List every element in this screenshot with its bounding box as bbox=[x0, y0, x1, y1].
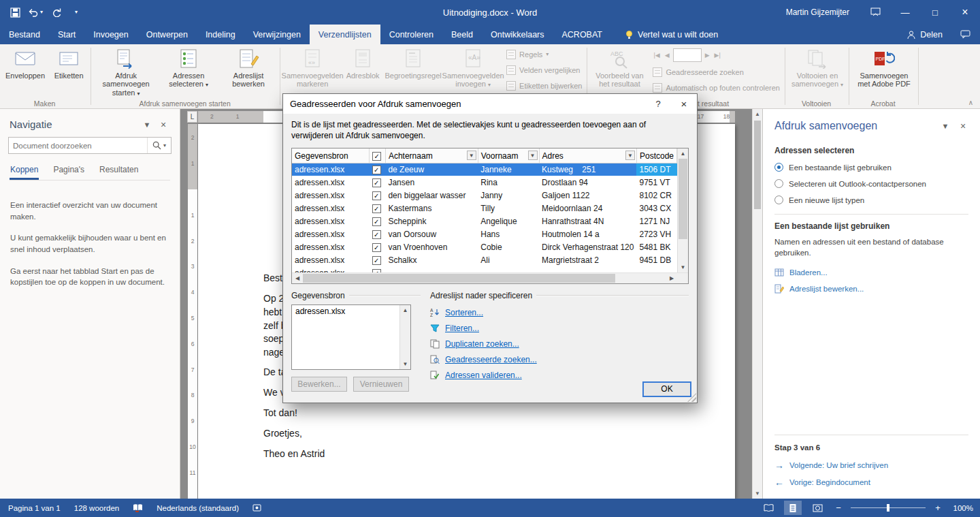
v-ruler[interactable]: 211234567891011 bbox=[188, 124, 197, 499]
recipient-checkbox[interactable] bbox=[372, 204, 381, 213]
select-recipients-button[interactable]: Adressen selecteren ▾ bbox=[159, 45, 218, 98]
tab-start[interactable]: Start bbox=[49, 25, 84, 44]
etiketten-button[interactable]: Etiketten bbox=[48, 45, 89, 98]
edit-datasource-button[interactable]: Bewerken... bbox=[291, 377, 347, 392]
scrollbar-thumb[interactable] bbox=[754, 121, 761, 209]
zoom-slider-thumb[interactable] bbox=[887, 504, 889, 512]
search-options[interactable]: ▾ bbox=[147, 138, 171, 153]
edit-recipient-list-button[interactable]: Adreslijst bewerken bbox=[218, 45, 278, 98]
zoom-level[interactable]: 100% bbox=[950, 504, 973, 512]
customize-qat-caret-icon[interactable]: ▾ bbox=[67, 3, 86, 22]
tab-invoegen[interactable]: Invoegen bbox=[84, 25, 137, 44]
tab-beeld[interactable]: Beeld bbox=[442, 25, 482, 44]
recipient-checkbox[interactable] bbox=[372, 166, 381, 174]
print-layout-view-icon[interactable] bbox=[784, 501, 802, 515]
finish-merge-button[interactable]: Voltooien en samenvoegen ▾ bbox=[787, 45, 847, 98]
match-fields-button[interactable]: Velden vergelijken bbox=[503, 62, 583, 78]
select-all-checkbox[interactable] bbox=[372, 152, 381, 161]
tell-me-box[interactable]: Vertel wat u wilt doen bbox=[618, 25, 725, 44]
scroll-down-icon[interactable]: ▼ bbox=[678, 262, 688, 272]
tab-indeling[interactable]: Indeling bbox=[197, 25, 244, 44]
table-horizontal-scrollbar[interactable]: ◀ ▶ bbox=[292, 272, 688, 283]
column-header-adres[interactable]: Adres▼ bbox=[539, 148, 636, 163]
tab-selector[interactable]: L bbox=[187, 111, 197, 123]
word-count[interactable]: 128 woorden bbox=[73, 504, 121, 512]
wizard-next-link[interactable]: → Volgende: Uw brief schrijven bbox=[774, 460, 968, 471]
sort-link[interactable]: AZ Sorteren... bbox=[430, 307, 689, 318]
undo-icon[interactable]: ▾ bbox=[26, 3, 45, 22]
save-icon[interactable] bbox=[5, 3, 24, 22]
recipient-row[interactable]: adressen.xlsx van VroenhovenCobieDirck V… bbox=[292, 240, 677, 253]
column-header-postcode[interactable]: Postcode bbox=[636, 148, 676, 163]
scrollbar-thumb[interactable] bbox=[303, 274, 615, 283]
recipient-checkbox[interactable] bbox=[372, 256, 381, 265]
recipient-row[interactable]: adressen.xlsx de ZeeuwJannekeKustweg 251… bbox=[292, 163, 677, 176]
ribbon-display-options-icon[interactable] bbox=[860, 0, 890, 25]
nav-tab-paginas[interactable]: Pagina's bbox=[52, 163, 85, 180]
scroll-up-icon[interactable]: ▲ bbox=[755, 109, 760, 119]
recipient-checkbox[interactable] bbox=[372, 178, 381, 187]
tab-ontwikkelaars[interactable]: Ontwikkelaars bbox=[482, 25, 553, 44]
browse-link[interactable]: Bladeren... bbox=[774, 268, 968, 277]
find-duplicates-link[interactable]: Duplicaten zoeken... bbox=[430, 338, 689, 349]
dialog-close-icon[interactable]: × bbox=[671, 94, 697, 114]
first-record-icon[interactable]: |◀ bbox=[652, 52, 661, 59]
tab-controleren[interactable]: Controleren bbox=[380, 25, 442, 44]
navigation-pane-options-caret-icon[interactable]: ▼ bbox=[139, 121, 155, 129]
recipient-row[interactable]: adressen.xlsx ScheppinkAngeliqueHanraths… bbox=[292, 215, 677, 228]
column-header-achternaam[interactable]: Achternaam▼ bbox=[385, 148, 478, 163]
navigation-pane-close-icon[interactable]: × bbox=[155, 119, 172, 130]
filter-caret-icon[interactable]: ▼ bbox=[467, 151, 476, 160]
recipient-row[interactable]: adressen.xlsx KastermansTillyMeidoornlaa… bbox=[292, 202, 677, 215]
find-recipient-link[interactable]: Geadresseerde zoeken... bbox=[430, 354, 689, 365]
macro-recording-icon[interactable] bbox=[251, 504, 263, 512]
scroll-down-icon[interactable]: ▼ bbox=[400, 359, 410, 369]
redo-icon[interactable] bbox=[46, 3, 65, 22]
nav-tab-resultaten[interactable]: Resultaten bbox=[99, 163, 139, 180]
recipient-row[interactable]: adressen.xlsx JansenRinaDrostlaan 949751… bbox=[292, 176, 677, 189]
page-indicator[interactable]: Pagina 1 van 1 bbox=[7, 504, 62, 512]
scroll-up-icon[interactable]: ▲ bbox=[678, 148, 688, 159]
greeting-line-button[interactable]: Begroetingsregel bbox=[383, 45, 443, 98]
dialog-help-icon[interactable]: ? bbox=[645, 94, 671, 114]
highlight-merge-fields-button[interactable]: «» Samenvoegvelden markeren bbox=[282, 45, 342, 98]
radio-new-list[interactable]: Een nieuwe lijst typen bbox=[774, 195, 968, 204]
edit-recipient-list-link[interactable]: Adreslijst bewerken... bbox=[774, 284, 968, 294]
listbox-scrollbar[interactable]: ▲ ▼ bbox=[399, 305, 410, 369]
recipient-checkbox[interactable] bbox=[372, 217, 381, 226]
record-number-input[interactable] bbox=[673, 48, 702, 62]
column-header-voornaam[interactable]: Voornaam▼ bbox=[478, 148, 539, 163]
rules-button[interactable]: Regels ▾ bbox=[503, 46, 552, 62]
recipient-checkbox[interactable] bbox=[372, 191, 381, 200]
search-input[interactable] bbox=[9, 142, 147, 150]
table-vertical-scrollbar[interactable]: ▲ ▼ bbox=[677, 148, 688, 272]
web-layout-view-icon[interactable] bbox=[808, 501, 826, 515]
language-indicator[interactable]: Nederlands (standaard) bbox=[155, 504, 240, 512]
wizard-previous-link[interactable]: ← Vorige: Begindocument bbox=[774, 477, 968, 488]
find-recipient-button[interactable]: Geadresseerde zoeken bbox=[649, 64, 747, 80]
recipient-row[interactable]: adressen.xlsx den biggelaar wasserJannyG… bbox=[292, 189, 677, 202]
task-pane-close-icon[interactable]: × bbox=[954, 121, 972, 131]
proofing-error-icon[interactable] bbox=[131, 503, 144, 512]
preview-results-button[interactable]: ABC Voorbeeld van het resultaat bbox=[589, 45, 649, 98]
column-header-checkbox[interactable] bbox=[370, 148, 386, 163]
merge-to-adobe-pdf-button[interactable]: PDF Samenvoegen met Adobe PDF bbox=[851, 45, 917, 98]
maximize-button[interactable]: □ bbox=[920, 0, 950, 25]
share-button[interactable]: Delen bbox=[898, 25, 951, 44]
validate-addresses-link[interactable]: Adressen valideren... bbox=[430, 369, 689, 381]
collapse-ribbon-icon[interactable]: ∧ bbox=[968, 99, 973, 106]
refresh-datasource-button[interactable]: Vernieuwen bbox=[353, 377, 409, 392]
tab-verzendlijsten[interactable]: Verzendlijsten bbox=[310, 25, 380, 44]
read-mode-view-icon[interactable] bbox=[760, 501, 777, 515]
task-pane-options-caret-icon[interactable]: ▼ bbox=[936, 122, 954, 130]
scrollbar-thumb[interactable] bbox=[679, 159, 687, 239]
recipient-checkbox[interactable] bbox=[372, 243, 381, 252]
next-record-icon[interactable]: ▶ bbox=[704, 52, 711, 59]
previous-record-icon[interactable]: ◀ bbox=[664, 52, 671, 59]
recipient-row[interactable]: adressen.xlsx van OorsouwHansHoutmolen 1… bbox=[292, 228, 677, 240]
recipient-checkbox[interactable] bbox=[372, 269, 381, 272]
ok-button[interactable]: OK bbox=[642, 381, 691, 397]
insert-merge-field-button[interactable]: «A» Samenvoegvelden invoegen ▾ bbox=[443, 45, 503, 98]
tab-verwijzingen[interactable]: Verwijzingen bbox=[244, 25, 310, 44]
tab-acrobat[interactable]: ACROBAT bbox=[553, 25, 612, 44]
